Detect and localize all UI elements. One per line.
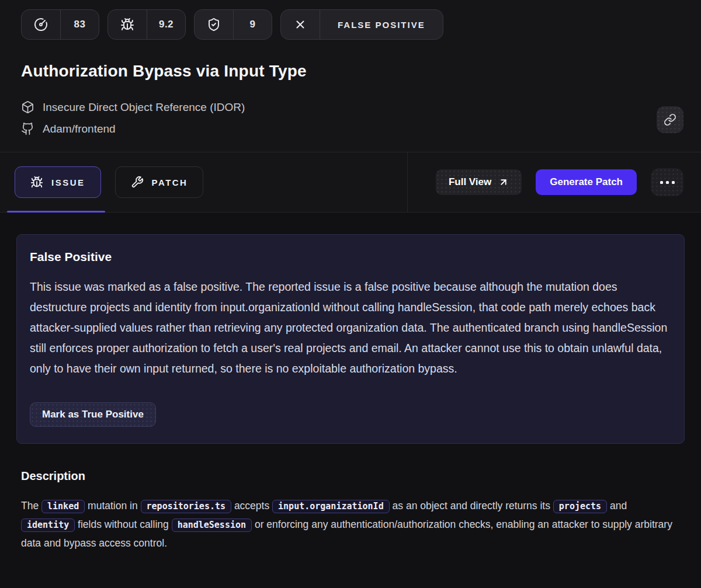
- full-view-button[interactable]: Full View: [436, 169, 522, 195]
- generate-patch-button[interactable]: Generate Patch: [536, 169, 637, 195]
- github-icon: [21, 122, 34, 135]
- description-text: accepts: [231, 500, 272, 512]
- x-icon: [281, 10, 320, 39]
- repository-row: Adam/frontend: [21, 122, 680, 135]
- full-view-label: Full View: [449, 176, 491, 188]
- repository-label: Adam/frontend: [43, 123, 116, 135]
- shield-value: 9: [233, 10, 272, 39]
- wrench-icon: [131, 176, 144, 189]
- false-positive-card: False Positive This issue was marked as …: [16, 234, 685, 444]
- more-options-button[interactable]: [651, 168, 683, 196]
- score-badge-row: 83 9.2 9: [21, 9, 680, 40]
- false-positive-card-body: This issue was marked as a false positiv…: [30, 277, 671, 379]
- description-text: and: [607, 500, 627, 512]
- false-positive-badge[interactable]: FALSE POSITIVE: [280, 9, 443, 40]
- inline-code-chip: input.organizationId: [272, 500, 390, 513]
- gauge-icon: [22, 10, 60, 39]
- tab-issue-label: ISSUE: [51, 178, 85, 187]
- tab-strip: ISSUE PATCH: [0, 152, 408, 212]
- description-text: as an object and directly returns its: [390, 500, 553, 512]
- description-text: fields without calling: [75, 519, 171, 530]
- copy-link-button[interactable]: [657, 106, 683, 133]
- box-icon: [21, 100, 34, 114]
- description-text: The: [21, 500, 41, 512]
- description-text: mutation in: [85, 500, 140, 512]
- inline-code-chip: identity: [21, 519, 75, 532]
- bug-icon: [30, 176, 43, 189]
- bug-icon: [108, 10, 147, 39]
- shield-badge[interactable]: 9: [194, 9, 272, 40]
- active-tab-indicator: [7, 211, 105, 213]
- link-icon: [664, 113, 676, 126]
- severity-badge[interactable]: 9.2: [107, 9, 186, 40]
- meta-block: Insecure Direct Object Reference (IDOR) …: [21, 100, 680, 152]
- inline-code-chip: repositories.ts: [141, 500, 231, 513]
- page-title: Authorization Bypass via Input Type: [21, 62, 680, 81]
- false-positive-card-title: False Positive: [30, 250, 671, 264]
- ellipsis-icon: [660, 181, 675, 184]
- tab-patch-label: PATCH: [152, 178, 188, 187]
- toolbar-actions: Full View Generate Patch: [408, 152, 701, 212]
- issue-header: 83 9.2 9: [0, 0, 701, 152]
- tab-issue[interactable]: ISSUE: [15, 166, 101, 198]
- vulnerability-type-row: Insecure Direct Object Reference (IDOR): [21, 100, 680, 114]
- shield-check-icon: [195, 10, 233, 39]
- description-section: Description The linked mutation in repos…: [16, 444, 685, 552]
- description-body: The linked mutation in repositories.ts a…: [21, 497, 680, 552]
- inline-code-chip: linked: [41, 500, 85, 513]
- arrow-up-right-icon: [498, 177, 509, 187]
- severity-value: 9.2: [147, 10, 185, 39]
- mark-true-positive-button[interactable]: Mark as True Positive: [30, 402, 156, 427]
- vulnerability-type-label: Insecure Direct Object Reference (IDOR): [43, 101, 245, 114]
- score-badge[interactable]: 83: [21, 9, 99, 40]
- tab-patch[interactable]: PATCH: [115, 166, 204, 198]
- inline-code-chip: projects: [553, 500, 607, 513]
- issue-content: False Positive This issue was marked as …: [0, 213, 701, 552]
- toolbar: ISSUE PATCH Full View Generate Patch: [0, 152, 701, 213]
- description-heading: Description: [21, 469, 680, 483]
- false-positive-label: FALSE POSITIVE: [320, 10, 443, 39]
- score-value: 83: [60, 10, 99, 39]
- inline-code-chip: handleSession: [172, 519, 252, 532]
